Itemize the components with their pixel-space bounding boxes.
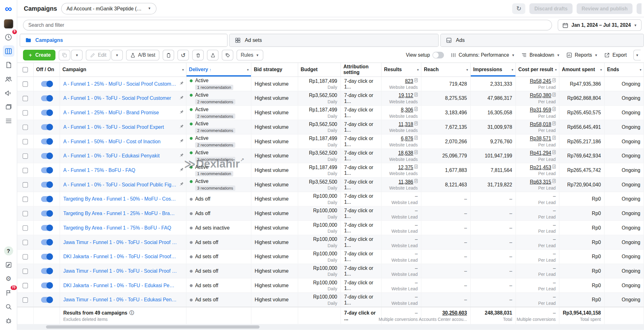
column-header-attribution[interactable]: Attribution setting [341, 63, 381, 77]
cost-per-result-value[interactable]: Rp21,4532 [530, 164, 556, 170]
export-button[interactable]: Export [604, 52, 627, 58]
row-checkbox[interactable] [23, 254, 28, 259]
columns-button[interactable]: Columns: Performance ▼ [450, 52, 515, 58]
clipboard-button[interactable] [163, 50, 174, 60]
row-checkbox[interactable] [23, 182, 28, 187]
recommendation-chip[interactable]: 2 recommendations [195, 128, 235, 133]
campaign-toggle[interactable] [41, 211, 53, 216]
column-header-impressions[interactable]: Impressions▼ [471, 63, 516, 77]
results-value[interactable]: 12,3752 [398, 164, 418, 170]
results-value[interactable]: 8232 [405, 78, 418, 84]
campaign-toggle[interactable] [41, 182, 53, 187]
notifications-icon[interactable]: 9 [3, 31, 14, 43]
edit-button[interactable]: Edit [86, 50, 110, 60]
campaign-toggle[interactable] [41, 297, 53, 303]
refresh-button[interactable]: ↻ [512, 3, 525, 14]
cost-per-result-value[interactable]: Rp31,9592 [530, 107, 556, 113]
undo-button[interactable]: ↺ [177, 50, 189, 60]
recommendation-chip[interactable]: 3 recommendations [195, 157, 235, 162]
tab-ads[interactable]: Ads [440, 34, 644, 47]
campaign-name-link[interactable]: Jawa Timur - Funnel 1 - 0% - ToFU - Soci… [63, 268, 183, 274]
cost-per-result-value[interactable]: Rp63,3152 [530, 179, 556, 185]
cost-per-result-value[interactable]: Rp58,2452 [530, 78, 556, 84]
cost-per-result-value[interactable]: Rp50,3802 [530, 93, 556, 98]
column-header-amount-spent[interactable]: Amount spent▼ [559, 63, 605, 77]
row-checkbox[interactable] [23, 225, 28, 230]
column-header-bid-strategy[interactable]: Bid strategy [251, 63, 298, 77]
campaign-name-link[interactable]: Jawa Timur - Funnel 1 - 0% - ToFU - Eduk… [63, 297, 183, 303]
results-value[interactable]: 11,3182 [398, 121, 418, 127]
column-header-cost-per-result[interactable]: Cost per result▼ [516, 63, 559, 77]
rules-button[interactable]: Rules ▼ [236, 50, 263, 60]
row-checkbox[interactable] [23, 268, 28, 274]
sidebar-item-pages[interactable] [3, 59, 14, 71]
delete-button[interactable] [192, 50, 204, 60]
row-checkbox[interactable] [23, 124, 28, 130]
row-checkbox[interactable] [23, 297, 28, 303]
share-button[interactable] [207, 50, 219, 60]
sidebar-item-ads[interactable] [3, 87, 14, 99]
recommendation-chip[interactable]: 2 recommendations [195, 113, 235, 119]
sidebar-item-billing[interactable] [3, 101, 14, 113]
row-checkbox[interactable] [23, 81, 28, 87]
campaign-name-link[interactable]: A - Funnel 1 - 0% - ToFU - Social Proof … [63, 95, 183, 101]
tab-ad-sets[interactable]: Ad sets [229, 34, 439, 47]
campaign-name-link[interactable]: A - Funnel 1 - 0% - ToFU - Social Proof … [63, 182, 183, 187]
select-all-checkbox[interactable] [23, 67, 28, 72]
campaign-toggle[interactable] [41, 124, 53, 130]
recommendation-chip[interactable]: 1 recommendation [195, 85, 233, 90]
campaign-toggle[interactable] [41, 268, 53, 274]
row-checkbox[interactable] [23, 168, 28, 173]
campaign-name-link[interactable]: A - Funnel 1 - 50% - MoFU - Cost of Inac… [63, 139, 183, 144]
avatar[interactable] [3, 19, 13, 29]
help-icon[interactable]: ? [3, 245, 14, 257]
column-header-reach[interactable]: Reach▼ [421, 63, 471, 77]
view-setup-switch[interactable] [432, 52, 444, 59]
tag-button[interactable] [222, 50, 233, 60]
row-checkbox[interactable] [23, 196, 28, 202]
campaign-name-link[interactable]: A - Funnel 1 - 75% - BoFU - FAQ [63, 168, 183, 173]
campaign-toggle[interactable] [41, 95, 53, 101]
campaign-toggle[interactable] [41, 153, 53, 159]
campaign-name-link[interactable]: Targeting By Area - Funnel 1 - 25% - MoF… [63, 211, 183, 216]
row-checkbox[interactable] [23, 283, 28, 288]
recommendation-chip[interactable]: 3 recommendations [195, 185, 235, 191]
campaign-toggle[interactable] [41, 110, 53, 116]
row-checkbox[interactable] [23, 139, 28, 144]
recommendation-chip[interactable]: 1 recommendation [195, 171, 233, 176]
row-checkbox[interactable] [23, 211, 28, 216]
campaign-toggle[interactable] [41, 196, 53, 202]
flag-icon[interactable]: 70 [3, 287, 14, 299]
view-setup-toggle[interactable]: View setup [406, 52, 444, 59]
row-checkbox[interactable] [23, 96, 28, 101]
campaign-toggle[interactable] [41, 139, 53, 144]
column-header-delivery[interactable]: Delivery↑▼ [186, 63, 251, 77]
recommendation-chip[interactable]: 2 recommendations [195, 99, 235, 105]
row-checkbox[interactable] [23, 110, 28, 115]
review-and-publish-button[interactable]: Review and publish [577, 3, 633, 14]
duplicate-button[interactable] [59, 50, 70, 60]
all-tools-icon[interactable] [3, 115, 14, 127]
campaign-toggle[interactable] [41, 282, 53, 288]
overflow-button-partial[interactable] [636, 3, 641, 14]
cost-per-result-value[interactable]: Rp58,0182 [530, 121, 556, 127]
campaign-name-link[interactable]: A - Funnel 1 - 0% - ToFU - Edukasi Penya… [63, 153, 183, 159]
bug-report-icon[interactable] [3, 315, 14, 327]
campaign-name-link[interactable]: A - Funnel 1 - 25% - MoFU - Social Proof… [63, 81, 183, 87]
results-value[interactable]: 11,3862 [398, 179, 418, 185]
search-input[interactable] [23, 20, 552, 31]
cost-per-result-value[interactable]: Rp41,2942 [530, 150, 556, 156]
campaign-name-link[interactable]: Targeting By Area - Funnel 1 - 50% - MoF… [63, 196, 183, 202]
discard-drafts-button[interactable]: Discard drafts [530, 3, 573, 14]
campaign-toggle[interactable] [41, 254, 53, 259]
campaign-name-link[interactable]: A - Funnel 1 - 0% - ToFU - Social Proof … [63, 124, 183, 130]
row-checkbox[interactable] [23, 153, 28, 159]
ab-test-button[interactable]: A/B test [126, 50, 159, 60]
results-value[interactable]: 18,6382 [398, 150, 418, 156]
tab-campaigns[interactable]: Campaigns [20, 34, 228, 47]
date-range-picker[interactable]: Jan 1, 2024 – Jul 31, 2024 ▼ [558, 19, 641, 31]
campaign-name-link[interactable]: Targeting By Area - Funnel 1 - 75% - BoF… [63, 225, 183, 230]
meta-logo-icon[interactable]: ∞ [5, 3, 12, 14]
campaign-toggle[interactable] [41, 168, 53, 173]
footer-reach-value[interactable]: 30,250,603 [442, 310, 467, 316]
